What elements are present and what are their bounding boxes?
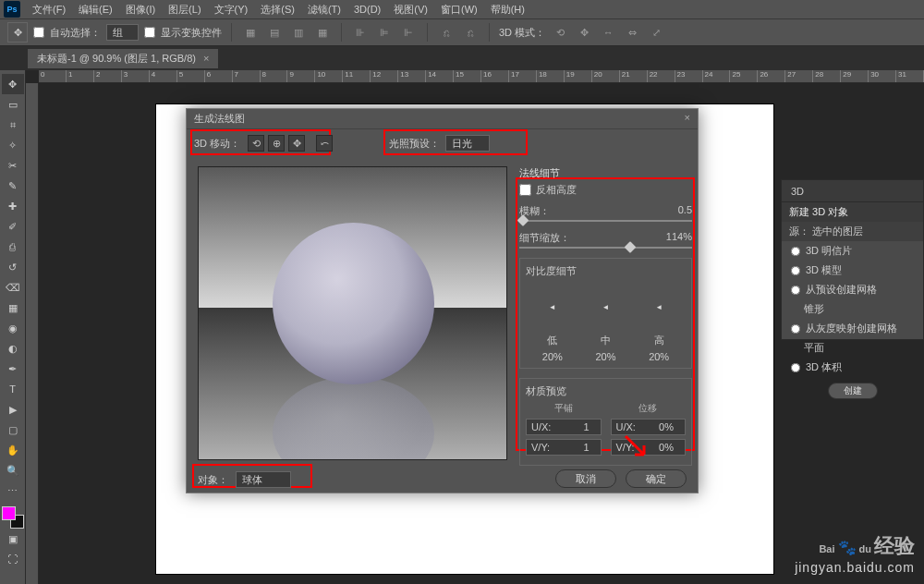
light-preset-label: 光照预设： [389,137,440,151]
opt-volume[interactable]: 3D 体积 [782,358,923,377]
offset-vy-dropdown[interactable]: V/Y:0% [611,439,687,456]
preview-3d[interactable] [198,166,507,460]
move-3d-label: 3D 移动： [194,137,240,151]
opt-preset-mesh[interactable]: 从预设创建网格 [782,280,923,299]
light-preset-dropdown[interactable]: 日光 [445,135,490,152]
dodge-tool[interactable]: ◐ [2,338,24,359]
opt-model[interactable]: 3D 模型 [782,261,923,280]
contrast-low-label: 低 [547,334,557,347]
menu-layer[interactable]: 图层(L) [162,0,207,18]
orbit-icon[interactable]: ⟲ [248,135,264,152]
orbit-icon[interactable]: ⟲ [551,24,569,41]
zoom-tool[interactable]: 🔍 [2,460,24,481]
object-label: 对象： [198,473,228,487]
stamp-tool[interactable]: ⎙ [2,237,24,257]
arrow-left-icon[interactable]: ◄ [549,303,556,311]
cancel-button[interactable]: 取消 [555,469,616,488]
show-transform-checkbox[interactable] [144,27,155,38]
opt-plane: 平面 [782,338,923,358]
distribute-icon[interactable]: ⊫ [375,24,394,41]
offset-ux-dropdown[interactable]: U/X:0% [611,419,687,435]
scale-icon[interactable]: ⤢ [647,24,665,41]
object-row: 对象： 球体 [198,471,291,488]
distribute-icon[interactable]: ⊪ [351,24,370,41]
roll-icon[interactable]: ⊕ [268,135,285,152]
tile-vy-dropdown[interactable]: V/Y:1 [526,439,602,456]
move-3d-group: 3D 移动： ⟲ ⊕ ✥ ⤺ [194,133,333,153]
close-tab-icon[interactable]: × [203,53,209,64]
close-icon[interactable]: × [685,112,690,126]
eyedropper-tool[interactable]: ✎ [2,176,24,196]
arrow-left-icon[interactable]: ◄ [602,303,610,311]
contrast-title: 对比度细节 [526,264,686,278]
pan-icon[interactable]: ✥ [575,24,593,41]
normals-detail-panel: 反相高度 模糊：0.5 细节缩放：114% 对比度细节 ◄ ◄ ◄ 低 中 [519,183,692,466]
menu-type[interactable]: 文字(Y) [208,0,255,18]
crop-tool[interactable]: ✂ [2,155,24,176]
blur-tool[interactable]: ◉ [2,318,24,338]
gradient-tool[interactable]: ▦ [2,298,24,318]
menu-file[interactable]: 文件(F) [26,0,72,18]
align-icon[interactable]: ▦ [241,24,260,41]
blur-slider[interactable]: 模糊：0.5 [519,204,692,222]
menu-edit[interactable]: 编辑(E) [72,0,119,18]
align-icon[interactable]: ▥ [289,24,308,41]
document-tab[interactable]: 未标题-1 @ 90.9% (图层 1, RGB/8) × [28,49,218,68]
opt-postcard[interactable]: 3D 明信片 [782,241,923,261]
watermark: Bai🐾du 经验 jingyan.baidu.com [795,532,915,575]
foreground-color[interactable] [2,506,16,520]
menu-image[interactable]: 图像(I) [119,0,162,18]
align-icon[interactable]: ▤ [265,24,284,41]
create-button[interactable]: 创建 [828,383,878,399]
opt-grayscale-mesh[interactable]: 从灰度映射创建网格 [782,319,923,338]
menu-select[interactable]: 选择(S) [254,0,301,18]
dialog-title: 生成法线图 [194,112,245,126]
material-preview-group: 材质预览 平铺 U/X:1 V/Y:1 位移 U/X:0% V/Y:0% [519,378,692,466]
arrange-icon[interactable]: ⎌ [437,24,456,41]
ok-button[interactable]: 确定 [626,469,687,488]
path-select-tool[interactable]: ▶ [2,399,24,420]
pen-tool[interactable]: ✒ [2,359,24,379]
menu-filter[interactable]: 滤镜(T) [301,0,347,18]
history-brush-tool[interactable]: ↺ [2,257,24,277]
dolly-icon[interactable]: ↔ [599,24,617,41]
auto-select-label: 自动选择： [50,26,101,40]
undo-icon[interactable]: ⤺ [316,135,333,152]
tile-header: 平铺 [526,402,602,415]
pan-icon[interactable]: ✥ [288,135,305,152]
invert-height-checkbox[interactable] [519,184,531,196]
distribute-icon[interactable]: ⊩ [399,24,418,41]
slide-icon[interactable]: ⇔ [623,24,641,41]
color-swatches[interactable] [2,506,24,529]
menu-view[interactable]: 视图(V) [387,0,434,18]
sphere-preview [273,223,434,384]
type-tool[interactable]: T [2,379,24,399]
align-icon[interactable]: ▦ [313,24,332,41]
menu-help[interactable]: 帮助(H) [484,0,531,18]
brush-tool[interactable]: ✐ [2,216,24,237]
auto-select-dropdown[interactable]: 组 [106,24,139,41]
screenmode-tool[interactable]: ⛶ [2,549,24,569]
eraser-tool[interactable]: ⌫ [2,277,24,298]
detail-scale-slider[interactable]: 细节缩放：114% [519,231,692,249]
object-dropdown[interactable]: 球体 [236,471,291,488]
panel-3d-tab[interactable]: 3D [782,180,923,202]
shape-tool[interactable]: ▢ [2,420,24,440]
arrow-left-icon[interactable]: ◄ [655,303,663,311]
marquee-tool[interactable]: ▭ [2,94,24,115]
auto-select-checkbox[interactable] [33,27,44,38]
arrange-icon[interactable]: ⎌ [461,24,480,41]
wand-tool[interactable]: ✧ [2,135,24,155]
hand-tool[interactable]: ✋ [2,440,24,460]
move-tool[interactable]: ✥ [2,74,24,94]
heal-tool[interactable]: ✚ [2,196,24,216]
current-tool-icon[interactable]: ✥ [7,22,28,43]
dialog-titlebar[interactable]: 生成法线图 × [187,109,698,129]
tile-ux-dropdown[interactable]: U/X:1 [526,419,602,435]
edit-toolbar[interactable]: ⋯ [2,481,24,501]
invert-height-row[interactable]: 反相高度 [519,183,692,197]
lasso-tool[interactable]: ⌗ [2,115,24,135]
menu-3d[interactable]: 3D(D) [347,0,387,18]
quickmask-tool[interactable]: ▣ [2,529,24,549]
menu-window[interactable]: 窗口(W) [434,0,484,18]
